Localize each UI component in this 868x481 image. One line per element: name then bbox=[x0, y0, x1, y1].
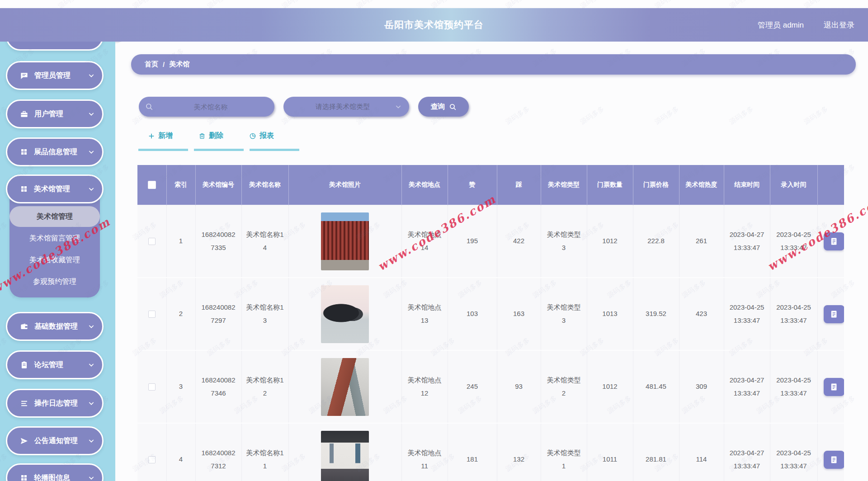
cell-likes: 181 bbox=[448, 423, 497, 481]
sidebar-item-label: 公告通知管理 bbox=[34, 436, 78, 446]
cell-checkbox bbox=[137, 278, 166, 350]
report-button[interactable]: 报表 bbox=[249, 131, 274, 141]
add-button[interactable]: 新增 bbox=[148, 131, 173, 141]
app-header: 岳阳市美术馆预约平台 管理员 admin 退出登录 bbox=[0, 8, 868, 42]
sidebar-submenu: 美术馆管理美术馆留言管理美术馆收藏管理参观预约管理 bbox=[9, 189, 100, 297]
table-header-cell: 美术馆编号 bbox=[195, 165, 241, 205]
cell-action bbox=[817, 350, 844, 423]
cell-ticket_price: 281.81 bbox=[633, 423, 679, 481]
cell-heat: 309 bbox=[679, 350, 724, 423]
row-action-button[interactable] bbox=[824, 451, 844, 469]
cell-location: 美术馆地点12 bbox=[401, 350, 448, 423]
cell-dislikes: 422 bbox=[497, 205, 541, 278]
sidebar-item-label: 操作日志管理 bbox=[34, 399, 78, 408]
chat-icon bbox=[20, 71, 28, 80]
query-button[interactable]: 查询 bbox=[418, 97, 469, 117]
tab-underlines bbox=[138, 149, 299, 151]
submenu-item-0[interactable]: 美术馆管理 bbox=[9, 206, 100, 227]
chevron-down-icon bbox=[88, 361, 95, 368]
row-action-button[interactable] bbox=[824, 378, 844, 396]
sidebar-item-9[interactable]: 轮播图信息 bbox=[6, 463, 104, 481]
table-header-cell: 踩 bbox=[497, 165, 541, 205]
cell-checkbox bbox=[137, 350, 166, 423]
cell-end_time: 2023-04-27 13:33:47 bbox=[724, 350, 770, 423]
sidebar-item-6[interactable]: 论坛管理 bbox=[6, 350, 104, 379]
chevron-down-icon bbox=[88, 474, 95, 481]
cell-type: 美术馆类型1 bbox=[541, 423, 587, 481]
museum-photo bbox=[321, 285, 369, 343]
grid-icon bbox=[20, 474, 28, 481]
search-icon bbox=[145, 103, 153, 111]
sidebar-item-2[interactable]: 用户管理 bbox=[6, 99, 104, 128]
toolbar: 新增 删除 报表 bbox=[148, 131, 274, 141]
submenu-item-3[interactable]: 参观预约管理 bbox=[9, 271, 100, 292]
museum-name-search[interactable] bbox=[139, 97, 274, 117]
send-icon bbox=[20, 437, 28, 445]
breadcrumb-current: 美术馆 bbox=[169, 60, 189, 69]
sidebar-item-partial[interactable] bbox=[6, 42, 104, 51]
table-header-cell: 门票价格 bbox=[633, 165, 679, 205]
sidebar-item-label: 展品信息管理 bbox=[34, 147, 77, 157]
page-title: 岳阳市美术馆预约平台 bbox=[0, 19, 868, 31]
sidebar-item-label: 美术馆管理 bbox=[34, 184, 70, 194]
logout-button[interactable]: 退出登录 bbox=[824, 20, 854, 30]
museum-photo bbox=[321, 358, 369, 416]
cell-checkbox bbox=[137, 205, 166, 278]
table-header-cell: 美术馆照片 bbox=[288, 165, 401, 205]
chevron-down-icon bbox=[88, 185, 95, 193]
cell-checkbox bbox=[137, 423, 166, 481]
delete-button[interactable]: 删除 bbox=[198, 131, 223, 141]
chevron-down-icon bbox=[88, 148, 95, 156]
sidebar-item-8[interactable]: 公告通知管理 bbox=[6, 426, 104, 455]
cell-ticket_count: 1012 bbox=[587, 350, 633, 423]
cell-entry_time: 2023-04-25 13:33:47 bbox=[770, 278, 817, 350]
table-header-cell: 美术馆名称 bbox=[241, 165, 288, 205]
museum-photo bbox=[321, 431, 369, 481]
row-checkbox[interactable] bbox=[148, 456, 156, 463]
cell-code: 1682400827312 bbox=[195, 423, 241, 481]
breadcrumb-separator: / bbox=[163, 61, 165, 68]
sidebar-item-3[interactable]: 展品信息管理 bbox=[6, 137, 104, 166]
cell-type: 美术馆类型2 bbox=[541, 350, 587, 423]
main-content: 首页 / 美术馆 请选择美术馆类型 查询 新增 删除 报表 索 bbox=[115, 42, 868, 481]
row-action-button[interactable] bbox=[824, 232, 844, 250]
admin-user-label[interactable]: 管理员 admin bbox=[758, 20, 804, 30]
sidebar-item-5[interactable]: 基础数据管理 bbox=[6, 312, 104, 341]
cell-heat: 114 bbox=[679, 423, 724, 481]
cell-name: 美术馆名称14 bbox=[241, 205, 288, 278]
cell-ticket_count: 1012 bbox=[587, 205, 633, 278]
cell-code: 1682400827335 bbox=[195, 205, 241, 278]
sidebar-item-label: 用户管理 bbox=[34, 109, 63, 119]
breadcrumb-home[interactable]: 首页 bbox=[145, 60, 158, 69]
submenu-item-1[interactable]: 美术馆留言管理 bbox=[9, 228, 100, 249]
cell-name: 美术馆名称11 bbox=[241, 423, 288, 481]
list-icon bbox=[20, 399, 28, 408]
sidebar-item-1[interactable]: 管理员管理 bbox=[6, 61, 104, 90]
cell-code: 1682400827346 bbox=[195, 350, 241, 423]
row-action-button[interactable] bbox=[824, 305, 844, 323]
museum-type-select[interactable]: 请选择美术馆类型 bbox=[283, 97, 409, 117]
row-checkbox[interactable] bbox=[148, 311, 156, 318]
museum-name-input[interactable] bbox=[153, 103, 268, 111]
cell-action bbox=[817, 205, 844, 278]
row-checkbox[interactable] bbox=[148, 238, 156, 245]
sidebar-item-4[interactable]: 美术馆管理 bbox=[6, 174, 104, 203]
chevron-down-icon bbox=[88, 437, 95, 444]
museum-type-placeholder: 请选择美术馆类型 bbox=[291, 103, 395, 111]
table-header-cell: 索引 bbox=[166, 165, 195, 205]
sidebar-item-label: 管理员管理 bbox=[34, 71, 71, 80]
submenu-item-2[interactable]: 美术馆收藏管理 bbox=[9, 250, 100, 270]
row-checkbox[interactable] bbox=[148, 383, 156, 391]
cell-index: 2 bbox=[166, 278, 195, 350]
report-button-label: 报表 bbox=[259, 131, 274, 141]
table-header-cell: 录入时间 bbox=[770, 165, 817, 205]
chevron-down-icon bbox=[88, 323, 95, 330]
select-all-checkbox[interactable] bbox=[148, 181, 156, 189]
chevron-down-icon bbox=[88, 72, 95, 79]
cell-heat: 261 bbox=[679, 205, 724, 278]
sidebar-item-7[interactable]: 操作日志管理 bbox=[6, 389, 104, 418]
cell-name: 美术馆名称12 bbox=[241, 350, 288, 423]
cell-name: 美术馆名称13 bbox=[241, 278, 288, 350]
cell-likes: 245 bbox=[448, 350, 497, 423]
cell-action bbox=[817, 278, 844, 350]
